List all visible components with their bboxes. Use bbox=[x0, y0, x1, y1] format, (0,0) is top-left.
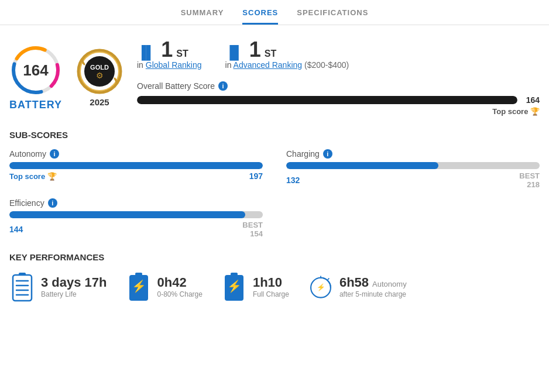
overall-bar-fill bbox=[137, 96, 517, 104]
medal-svg: GOLD ⚙ bbox=[76, 48, 123, 95]
charging-value: 132 bbox=[286, 176, 300, 185]
ranking-advanced-sup: ST bbox=[265, 49, 276, 59]
overall-score-section: Overall Battery Score i 164 Top score 🏆 bbox=[137, 77, 540, 116]
perf-0-80-label: 0-80% Charge bbox=[157, 290, 203, 298]
charging-info-icon[interactable]: i bbox=[323, 149, 332, 159]
tab-scores[interactable]: SCORES bbox=[242, 8, 278, 25]
nav-tabs: SUMMARY SCORES SPECIFICATIONS bbox=[0, 0, 549, 25]
rankings-row: ▐▌ 1 ST in Global Ranking ▐▌ 1 ST bbox=[137, 39, 540, 70]
charging-footer: 132 BEST 218 bbox=[286, 171, 540, 189]
perf-0-80-charge-text: 0h42 0-80% Charge bbox=[157, 275, 203, 298]
perf-full-charge-text: 1h10 Full Charge bbox=[253, 275, 289, 298]
perf-full-charge: ⚡ 1h10 Full Charge bbox=[221, 271, 289, 302]
efficiency-info-icon[interactable]: i bbox=[48, 198, 57, 208]
full-charge-icon: ⚡ bbox=[221, 271, 247, 302]
ranking-advanced-suffix: ($200-$400) bbox=[304, 60, 349, 70]
svg-rect-11 bbox=[13, 275, 32, 301]
autonomy-label: Autonomy i bbox=[9, 149, 263, 159]
bar-chart-icon-2: ▐▌ bbox=[225, 45, 243, 60]
sub-score-efficiency: Efficiency i 144 BEST 154 bbox=[9, 198, 263, 238]
svg-text:⚡: ⚡ bbox=[227, 279, 241, 293]
svg-rect-21 bbox=[231, 273, 238, 276]
charging-bar-container bbox=[286, 162, 540, 169]
svg-text:⚡: ⚡ bbox=[131, 279, 146, 293]
overall-label: Overall Battery Score i bbox=[137, 81, 540, 91]
autonomy-value: 197 bbox=[249, 171, 263, 181]
efficiency-footer: 144 BEST 154 bbox=[9, 221, 263, 238]
battery-score-value: 164 bbox=[23, 61, 48, 80]
efficiency-label: Efficiency i bbox=[9, 198, 263, 208]
overall-top-score: Top score 🏆 bbox=[137, 107, 540, 116]
charging-label-text: Charging bbox=[286, 149, 320, 159]
rankings-section: ▐▌ 1 ST in Global Ranking ▐▌ 1 ST bbox=[137, 39, 540, 116]
charging-bar-fill bbox=[286, 162, 438, 169]
charging-bar-area bbox=[286, 162, 540, 169]
svg-rect-12 bbox=[19, 273, 26, 276]
efficiency-label-text: Efficiency bbox=[9, 198, 44, 208]
key-performances-section: KEY PERFORMANCES 3 days 17h Battery Life bbox=[9, 252, 540, 302]
perf-battery-life-label: Battery Life bbox=[41, 290, 107, 298]
charging-best-value: 218 bbox=[519, 180, 540, 189]
charging-label: Charging i bbox=[286, 149, 540, 159]
perf-5min-value-row: 6h58 Autonomy bbox=[339, 275, 407, 290]
sub-scores-title: SUB-SCORES bbox=[9, 130, 540, 140]
svg-text:⚙: ⚙ bbox=[96, 71, 104, 80]
tab-specifications[interactable]: SPECIFICATIONS bbox=[297, 8, 368, 25]
main-content: 164 BATTERY G bbox=[0, 39, 549, 316]
efficiency-bar-fill bbox=[9, 211, 245, 218]
ranking-global-label: in Global Ranking bbox=[137, 60, 202, 70]
ranking-advanced-number: 1 bbox=[249, 39, 261, 60]
overall-label-text: Overall Battery Score bbox=[137, 81, 215, 91]
autonomy-info-icon[interactable]: i bbox=[50, 149, 59, 159]
perf-battery-life-text: 3 days 17h Battery Life bbox=[41, 275, 107, 298]
perf-battery-life: 3 days 17h Battery Life bbox=[9, 271, 107, 302]
efficiency-best: BEST 154 bbox=[242, 221, 263, 238]
autonomy-bar-fill bbox=[9, 162, 263, 169]
score-circle-container: 164 BATTERY bbox=[9, 44, 62, 111]
efficiency-bar-area bbox=[9, 211, 263, 218]
ranking-global-position: ▐▌ 1 ST bbox=[137, 39, 202, 60]
svg-line-26 bbox=[328, 278, 330, 280]
charge-0-80-icon: ⚡ bbox=[126, 271, 152, 302]
perf-5min-autonomy: ⚡ 6h58 Autonomy after 5-minute charge bbox=[308, 271, 407, 302]
ranking-global-number: 1 bbox=[161, 39, 173, 60]
autonomy-top-score: Top score 🏆 bbox=[9, 172, 57, 181]
battery-label: BATTERY bbox=[9, 99, 62, 111]
tab-summary[interactable]: SUMMARY bbox=[181, 8, 224, 25]
key-performances-title: KEY PERFORMANCES bbox=[9, 252, 540, 262]
bar-chart-icon-1: ▐▌ bbox=[137, 45, 155, 60]
ranking-advanced-position: ▐▌ 1 ST bbox=[225, 39, 349, 60]
efficiency-value: 144 bbox=[9, 225, 23, 234]
advanced-ranking-link[interactable]: Advanced Ranking bbox=[234, 60, 303, 70]
ranking-advanced-label: in Advanced Ranking ($200-$400) bbox=[225, 60, 349, 70]
efficiency-best-value: 154 bbox=[242, 229, 263, 238]
perf-0-80-charge: ⚡ 0h42 0-80% Charge bbox=[126, 271, 203, 302]
sub-score-charging: Charging i 132 BEST 218 bbox=[286, 149, 540, 189]
perf-full-charge-value: 1h10 bbox=[253, 275, 289, 290]
overall-info-icon[interactable]: i bbox=[218, 81, 228, 91]
sub-scores-grid: Autonomy i Top score 🏆 197 Charging i bbox=[9, 149, 540, 238]
svg-text:GOLD: GOLD bbox=[90, 64, 109, 71]
ranking-global-sup: ST bbox=[176, 49, 188, 59]
key-perf-grid: 3 days 17h Battery Life ⚡ 0h42 0-80% Cha… bbox=[9, 271, 540, 302]
svg-rect-18 bbox=[135, 273, 142, 276]
score-circle: 164 bbox=[9, 44, 62, 97]
overall-bar-value: 164 bbox=[522, 95, 540, 105]
5min-autonomy-icon: ⚡ bbox=[308, 271, 334, 302]
battery-life-icon bbox=[9, 271, 35, 302]
perf-5min-value: 6h58 bbox=[339, 275, 369, 290]
autonomy-label-text: Autonomy bbox=[9, 149, 46, 159]
perf-0-80-value: 0h42 bbox=[157, 275, 203, 290]
perf-full-charge-label: Full Charge bbox=[253, 290, 289, 298]
ranking-advanced: ▐▌ 1 ST in Advanced Ranking ($200-$400) bbox=[225, 39, 349, 70]
autonomy-bar-area bbox=[9, 162, 263, 169]
medal: GOLD ⚙ bbox=[76, 48, 123, 95]
global-ranking-link[interactable]: Global Ranking bbox=[146, 60, 202, 70]
perf-5min-suffix: Autonomy bbox=[372, 280, 407, 288]
sub-scores-section: SUB-SCORES Autonomy i Top score 🏆 197 bbox=[9, 130, 540, 238]
perf-5min-label: after 5-minute charge bbox=[339, 290, 407, 298]
autonomy-footer: Top score 🏆 197 bbox=[9, 171, 263, 181]
efficiency-best-label: BEST bbox=[242, 221, 263, 229]
overall-bar-container bbox=[137, 96, 517, 104]
efficiency-bar-container bbox=[9, 211, 263, 218]
